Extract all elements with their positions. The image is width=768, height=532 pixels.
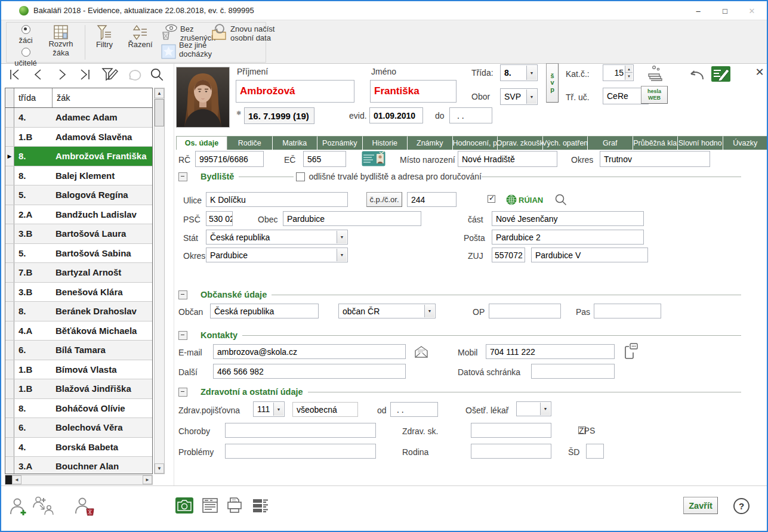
add-sibling-button[interactable] xyxy=(31,495,56,516)
close-form-button[interactable]: ✕ xyxy=(752,64,767,80)
photo-camera-button[interactable] xyxy=(175,497,193,514)
okres-dropdown-arrow[interactable]: ▼ xyxy=(337,249,347,261)
scroll-left-button[interactable]: ◄ xyxy=(12,475,21,484)
tab-slovni-hodno[interactable]: Slovní hodno xyxy=(678,136,723,150)
horizontal-scroll-thumb[interactable] xyxy=(5,475,12,484)
ruian-checkbox[interactable]: ✓ xyxy=(488,195,495,203)
list-item[interactable]: 2.ABandžuch Ladislav xyxy=(5,205,152,225)
redo-filter-button[interactable] xyxy=(125,67,146,82)
znovu-nacist-label[interactable]: Znovu načíst osobní data xyxy=(230,25,278,43)
send-sms-button[interactable] xyxy=(622,342,639,360)
pojistovna-od-field[interactable]: . . xyxy=(390,402,438,417)
sd-field[interactable] xyxy=(586,444,604,459)
radio-ucitele-icon[interactable] xyxy=(21,48,30,57)
problemy-field[interactable] xyxy=(225,444,376,459)
obec-field[interactable]: Pardubice xyxy=(283,211,421,226)
list-item[interactable]: 4.Adamec Adam xyxy=(5,108,152,128)
tab-poznamky[interactable]: Poznámky xyxy=(317,136,363,150)
undo-button[interactable] xyxy=(686,67,707,83)
spinner-up-button[interactable]: ▲ xyxy=(625,66,633,73)
nav-last-button[interactable] xyxy=(76,67,94,82)
op-field[interactable] xyxy=(489,304,561,318)
pojistovna-dropdown-arrow[interactable]: ▼ xyxy=(273,403,283,416)
scroll-up-button[interactable]: ▲ xyxy=(155,88,164,98)
tab-os-udaje[interactable]: Os. údaje xyxy=(176,136,227,150)
svp-button[interactable]: švp xyxy=(546,63,559,103)
cast-field[interactable]: Nové Jesenčany xyxy=(492,211,644,226)
radio-zaci[interactable]: žáci xyxy=(8,25,43,45)
zdrav-sk-field[interactable] xyxy=(471,423,551,438)
collapse-zdravotni-button[interactable] xyxy=(178,388,187,397)
collapse-bydliste-button[interactable] xyxy=(178,172,187,181)
search-button[interactable] xyxy=(148,67,166,82)
razeni-button[interactable]: Řazení xyxy=(124,24,156,50)
list-item[interactable]: 8.Balej Klement xyxy=(5,166,152,186)
obcan-field[interactable]: Česká republika xyxy=(210,304,319,318)
send-email-button[interactable] xyxy=(413,344,430,360)
tab-prubezna-kla[interactable]: Průběžná kla xyxy=(633,136,678,150)
list-horizontal-scrollbar[interactable]: ◄ ► xyxy=(5,475,153,485)
cp-field[interactable]: 244 xyxy=(407,192,457,207)
list-view-button[interactable] xyxy=(252,498,270,514)
ruian-button[interactable]: RÚIAN xyxy=(505,193,551,206)
zavrit-button[interactable]: Zavřít xyxy=(683,497,718,514)
do-field[interactable]: . . xyxy=(449,107,492,123)
list-item[interactable]: 8.Boháčová Olívie xyxy=(5,399,152,419)
birth-okres-field[interactable]: Trutnov xyxy=(600,151,710,167)
list-item[interactable]: 8.Beránek Drahoslav xyxy=(5,302,152,321)
minimize-button[interactable]: – xyxy=(688,4,708,18)
surname-field[interactable]: Ambrožová xyxy=(236,80,354,103)
posta-field[interactable]: Pardubice 2 xyxy=(492,230,644,245)
list-item[interactable]: 3.BBenešová Klára xyxy=(5,283,152,302)
id-card-button[interactable] xyxy=(361,150,386,167)
tab-oprav-zkousk[interactable]: Oprav. zkoušk xyxy=(498,136,543,150)
trida-dropdown[interactable]: 8. ▼ xyxy=(500,64,538,81)
delete-student-button[interactable] xyxy=(73,496,95,516)
list-item[interactable]: 6.Bílá Tamara xyxy=(5,341,152,360)
list-item[interactable]: 7.BBartyzal Arnošt xyxy=(5,263,152,283)
ulice-field[interactable]: K Dolíčku xyxy=(206,192,348,207)
tab-znamky[interactable]: Známky xyxy=(408,136,453,150)
bez-jine-dochazky-label[interactable]: Bez jiné docházky xyxy=(179,41,218,59)
collapse-kontakty-button[interactable] xyxy=(178,331,187,340)
nav-next-button[interactable] xyxy=(54,67,72,82)
bez-zrusenych-button[interactable] xyxy=(160,23,178,41)
close-window-button[interactable]: ✕ xyxy=(742,4,762,18)
scroll-down-button[interactable]: ▼ xyxy=(155,463,164,474)
datova-schranka-field[interactable] xyxy=(531,364,615,379)
obcan-typ-dropdown-arrow[interactable]: ▼ xyxy=(424,305,434,317)
pas-field[interactable] xyxy=(594,304,661,318)
obcan-typ-dropdown[interactable]: občan ČR ▼ xyxy=(338,304,436,318)
psc-field[interactable]: 530 02 xyxy=(206,211,233,226)
list-item[interactable]: ▶8.Ambrožová Františka xyxy=(5,147,152,166)
nav-previous-button[interactable] xyxy=(30,67,48,82)
list-item[interactable]: 3.BBartošová Laura xyxy=(5,224,152,244)
address-search-button[interactable] xyxy=(553,192,569,208)
spinner-down-button[interactable]: ▼ xyxy=(625,73,633,80)
hesla-web-button[interactable]: hesla WEB xyxy=(641,86,668,104)
obor-dropdown-arrow[interactable]: ▼ xyxy=(526,89,536,104)
list-item[interactable]: 5.Bartošová Sabina xyxy=(5,244,152,264)
firstname-field[interactable]: Františka xyxy=(370,80,457,103)
odlisne-bydliste-checkbox[interactable] xyxy=(296,172,305,181)
collapse-obcanske-button[interactable] xyxy=(178,290,187,299)
nav-first-button[interactable] xyxy=(6,67,24,82)
list-item[interactable]: 5.Balogová Regína xyxy=(5,185,152,205)
edit-notes-button[interactable] xyxy=(710,64,732,83)
rodina-field[interactable] xyxy=(471,444,551,459)
lekar-dropdown[interactable]: ▼ xyxy=(516,401,551,416)
add-student-button[interactable] xyxy=(8,496,30,516)
stat-dropdown-arrow[interactable]: ▼ xyxy=(337,231,347,243)
lekar-dropdown-arrow[interactable]: ▼ xyxy=(540,403,550,415)
okres-dropdown[interactable]: Pardubice ▼ xyxy=(206,248,348,262)
dalsi-field[interactable]: 466 566 982 xyxy=(213,364,406,379)
zuj-code-field[interactable]: 557072 xyxy=(492,248,525,262)
radio-ucitele[interactable]: učitelé xyxy=(8,48,43,68)
bez-jine-dochazky-button[interactable] xyxy=(161,43,178,60)
birthplace-field[interactable]: Nové Hradiště xyxy=(458,151,557,167)
list-item[interactable]: 3.ABouchner Alan xyxy=(5,457,152,474)
column-header-zak[interactable]: žák xyxy=(53,93,152,103)
rc-field[interactable]: 995716/6686 xyxy=(195,151,264,167)
tab-hodnoceni-p[interactable]: Hodnocení, p xyxy=(453,136,498,150)
trida-dropdown-arrow[interactable]: ▼ xyxy=(526,66,536,80)
